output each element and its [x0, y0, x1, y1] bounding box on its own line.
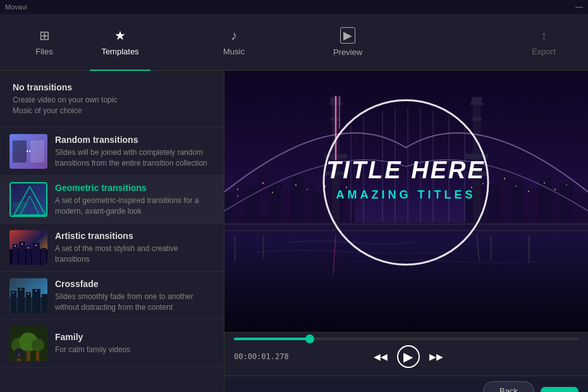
svg-rect-73 — [504, 178, 505, 180]
svg-point-17 — [28, 247, 29, 248]
svg-rect-81 — [224, 230, 588, 231]
sidebar-item-family[interactable]: ↓ Family For calm family videos — [0, 320, 224, 368]
artistic-transitions-thumb — [9, 230, 47, 265]
svg-point-27 — [20, 289, 21, 290]
video-preview: TITLE HERE AMAZING TITLES — [224, 71, 588, 332]
svg-rect-78 — [566, 185, 567, 186]
svg-rect-23 — [26, 292, 31, 313]
svg-rect-21 — [11, 291, 16, 313]
nav-item-music[interactable]: ♪ Music — [196, 14, 272, 71]
svg-rect-10 — [13, 244, 18, 265]
svg-rect-64 — [262, 183, 264, 184]
geometric-transitions-title: Geometric transitions — [55, 183, 214, 193]
music-icon: ♪ — [231, 28, 237, 43]
export-icon: ↑ — [541, 28, 547, 43]
nav-label-files: Files — [35, 47, 52, 56]
top-nav: ⊞ Files ★ Templates ♪ Music ▶ Preview ↑ … — [0, 14, 588, 71]
next-button[interactable] — [541, 387, 579, 393]
svg-rect-62 — [237, 189, 238, 190]
svg-rect-94 — [472, 118, 482, 121]
svg-rect-13 — [32, 243, 40, 265]
nav-label-templates: Templates — [101, 47, 138, 56]
crossfade-desc: Slides smoothly fade from one to another… — [55, 291, 214, 313]
svg-rect-80 — [224, 224, 588, 225]
sidebar-item-random-transitions[interactable]: Random transitions Slides will be joined… — [0, 128, 224, 176]
nav-label-export: Export — [532, 47, 556, 56]
svg-rect-24 — [32, 289, 40, 313]
content-area: TITLE HERE AMAZING TITLES 00:00:01.278 ◀… — [224, 71, 588, 392]
svg-point-15 — [15, 245, 16, 247]
svg-rect-36 — [36, 352, 39, 361]
back-button[interactable]: Back — [483, 381, 534, 392]
random-transitions-thumb — [9, 134, 47, 169]
files-icon: ⊞ — [39, 28, 50, 43]
svg-rect-2 — [30, 140, 44, 162]
svg-text:↓: ↓ — [18, 351, 21, 357]
random-transitions-title: Random transitions — [55, 135, 214, 145]
svg-rect-109 — [224, 233, 588, 333]
svg-rect-75 — [528, 191, 529, 192]
family-title: Family — [55, 332, 214, 342]
sidebar-item-crossfade[interactable]: Crossfade Slides smoothly fade from one … — [0, 272, 224, 320]
family-thumb: ↓ — [9, 326, 47, 361]
artistic-transitions-title: Artistic transitions — [55, 231, 214, 241]
svg-rect-114 — [490, 236, 492, 260]
progress-bar[interactable] — [234, 338, 579, 340]
svg-rect-67 — [307, 189, 308, 190]
svg-rect-112 — [234, 236, 236, 262]
minimize-button[interactable]: — — [575, 3, 583, 11]
svg-rect-12 — [27, 246, 31, 265]
svg-point-26 — [13, 292, 14, 293]
nav-label-preview: Preview — [333, 47, 362, 57]
no-transitions-desc1: Create video on your own topic — [13, 95, 211, 106]
sidebar-item-no-transitions[interactable]: No transitions Create video on your own … — [0, 71, 224, 128]
geometric-transitions-desc: A set of geometric-inspired transitions … — [55, 195, 214, 217]
no-transitions-title: No transitions — [13, 82, 211, 92]
svg-point-29 — [35, 290, 37, 291]
svg-rect-93 — [473, 106, 481, 118]
svg-point-18 — [35, 245, 37, 246]
svg-text:TITLE HERE: TITLE HERE — [326, 157, 486, 183]
preview-icon: ▶ — [340, 27, 355, 44]
bottom-bar: Back — [224, 376, 588, 392]
sidebar-item-artistic-transitions[interactable]: Artistic transitions A set of the most s… — [0, 224, 224, 272]
sidebar: No transitions Create video on your own … — [0, 71, 224, 392]
crossfade-thumb — [9, 278, 47, 313]
svg-point-16 — [21, 243, 23, 245]
svg-point-33 — [32, 339, 44, 352]
svg-rect-113 — [262, 236, 264, 259]
nav-label-music: Music — [223, 47, 245, 56]
random-transitions-desc: Slides will be joined with completely ra… — [55, 147, 214, 169]
sidebar-item-geometric-transitions[interactable]: Geometric transitions A set of geometric… — [0, 176, 224, 224]
svg-point-28 — [28, 293, 29, 295]
templates-icon: ★ — [114, 28, 126, 43]
svg-rect-74 — [515, 186, 517, 187]
svg-rect-115 — [528, 236, 530, 263]
nav-item-export[interactable]: ↑ Export — [506, 14, 582, 71]
svg-rect-1 — [13, 140, 27, 162]
svg-rect-65 — [272, 192, 273, 193]
window-title: Movavi — [5, 3, 27, 11]
svg-rect-22 — [18, 288, 25, 313]
crossfade-title: Crossfade — [55, 279, 214, 289]
progress-handle[interactable] — [305, 334, 314, 343]
svg-rect-63 — [237, 195, 238, 197]
rewind-button[interactable]: ◀◀ — [371, 346, 391, 367]
svg-rect-35 — [27, 350, 30, 361]
forward-button[interactable]: ▶▶ — [426, 346, 446, 367]
nav-item-preview[interactable]: ▶ Preview — [310, 14, 386, 71]
timestamp: 00:00:01.278 — [234, 352, 289, 361]
artistic-transitions-desc: A set of the most stylish and creative t… — [55, 243, 214, 265]
nav-item-templates[interactable]: ★ Templates — [82, 14, 158, 71]
svg-rect-11 — [19, 242, 25, 265]
no-transitions-desc2: Music of your choice — [13, 106, 211, 116]
controls-area: 00:00:01.278 ◀◀ ▶ ▶▶ — [224, 332, 588, 376]
playback-controls: ◀◀ ▶ ▶▶ — [371, 345, 446, 368]
svg-rect-72 — [482, 183, 484, 185]
svg-text:AMAZING TITLES: AMAZING TITLES — [336, 188, 476, 201]
svg-rect-92 — [470, 102, 483, 106]
geometric-transitions-thumb — [9, 182, 47, 217]
play-button[interactable]: ▶ — [397, 345, 420, 368]
family-desc: For calm family videos — [55, 345, 214, 355]
nav-item-files[interactable]: ⊞ Files — [6, 14, 82, 71]
